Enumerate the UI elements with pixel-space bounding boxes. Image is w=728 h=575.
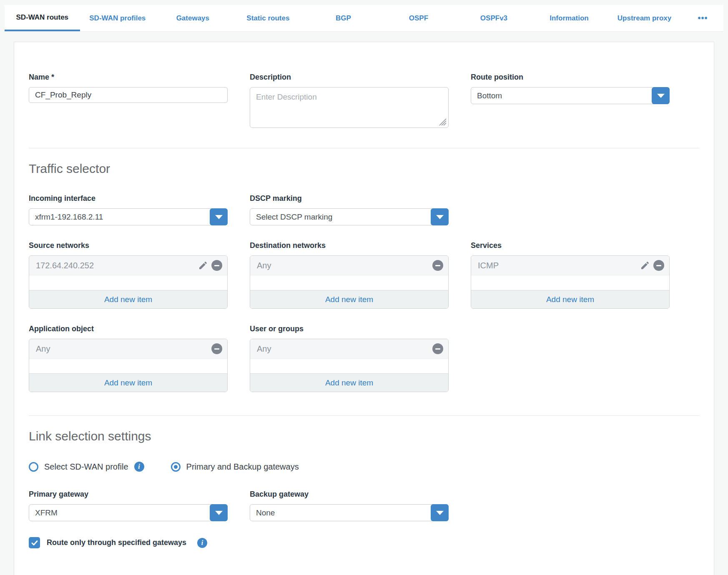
add-new-item-button[interactable]: Add new item	[29, 290, 227, 308]
list-item: Any	[250, 256, 448, 275]
route-only-label: Route only through specified gateways	[47, 538, 186, 547]
description-label: Description	[250, 73, 449, 82]
user-or-groups-box: Any Add new item	[250, 339, 449, 392]
incoming-interface-field-group: Incoming interface xfrm1-192.168.2.11	[29, 194, 228, 225]
tab-gateways[interactable]: Gateways	[155, 5, 231, 31]
remove-icon[interactable]	[211, 260, 222, 271]
radio-label: Select SD-WAN profile	[44, 462, 128, 472]
add-new-item-button[interactable]: Add new item	[250, 290, 448, 308]
list-item: Any	[29, 339, 227, 359]
destination-networks-label: Destination networks	[250, 241, 449, 250]
name-label: Name *	[29, 73, 228, 82]
destination-networks-field-group: Destination networks Any Add new item	[250, 241, 449, 309]
radio-icon[interactable]	[29, 462, 38, 472]
more-tabs-icon[interactable]: •••	[682, 5, 723, 31]
divider	[29, 415, 699, 416]
sdwan-route-form: Name * Description Route position Bottom	[14, 42, 714, 575]
destination-networks-box: Any Add new item	[250, 255, 449, 309]
tab-static-routes[interactable]: Static routes	[231, 5, 306, 31]
chevron-down-icon[interactable]	[431, 504, 449, 521]
radio-select-sdwan-profile[interactable]: Select SD-WAN profile i	[29, 462, 144, 472]
dscp-marking-dropdown[interactable]: Select DSCP marking	[250, 208, 449, 225]
remove-icon[interactable]	[211, 343, 222, 354]
list-item-value: 172.64.240.252	[36, 261, 94, 270]
backup-gateway-value: None	[250, 505, 448, 521]
tab-sdwan-routes[interactable]: SD-WAN routes	[5, 5, 80, 31]
chevron-down-icon[interactable]	[652, 87, 670, 104]
user-or-groups-label: User or groups	[250, 325, 449, 333]
route-position-label: Route position	[471, 73, 670, 82]
incoming-interface-label: Incoming interface	[29, 194, 228, 203]
list-empty-area	[29, 275, 227, 290]
primary-gateway-value: XFRM	[29, 505, 227, 521]
application-object-label: Application object	[29, 325, 228, 333]
list-empty-area	[250, 275, 448, 290]
info-icon[interactable]: i	[134, 462, 144, 472]
backup-gateway-dropdown[interactable]: None	[250, 504, 449, 521]
tab-sdwan-profiles[interactable]: SD-WAN profiles	[80, 5, 156, 31]
source-networks-label: Source networks	[29, 241, 228, 250]
incoming-interface-dropdown[interactable]: xfrm1-192.168.2.11	[29, 208, 228, 225]
tab-ospfv3[interactable]: OSPFv3	[456, 5, 532, 31]
link-selection-radio-group: Select SD-WAN profile i Primary and Back…	[29, 462, 699, 472]
tab-ospf[interactable]: OSPF	[381, 5, 457, 31]
tab-bgp[interactable]: BGP	[306, 5, 381, 31]
list-item: Any	[250, 339, 448, 359]
tab-upstream-proxy[interactable]: Upstream proxy	[607, 5, 682, 31]
add-new-item-button[interactable]: Add new item	[250, 373, 448, 392]
list-empty-area	[471, 275, 669, 290]
radio-primary-backup-gateways[interactable]: Primary and Backup gateways	[171, 462, 299, 472]
name-field-group: Name *	[29, 73, 228, 130]
list-item-value: Any	[257, 344, 271, 354]
source-networks-field-group: Source networks 172.64.240.252 Add new i	[29, 241, 228, 309]
incoming-interface-value: xfrm1-192.168.2.11	[29, 209, 227, 225]
list-empty-area	[250, 359, 448, 373]
edit-icon[interactable]	[640, 260, 650, 270]
list-item: 172.64.240.252	[29, 256, 227, 275]
remove-icon[interactable]	[432, 343, 443, 354]
dscp-marking-label: DSCP marking	[250, 194, 449, 203]
list-item-value: Any	[257, 261, 271, 270]
services-field-group: Services ICMP Add new item	[471, 241, 670, 309]
resize-handle-icon[interactable]	[439, 118, 447, 126]
radio-icon[interactable]	[171, 462, 181, 472]
info-icon[interactable]: i	[197, 538, 207, 548]
list-item-value: ICMP	[478, 261, 499, 270]
primary-gateway-label: Primary gateway	[29, 490, 228, 499]
route-only-row: Route only through specified gateways i	[29, 537, 699, 548]
list-empty-area	[29, 359, 227, 373]
edit-icon[interactable]	[198, 260, 208, 270]
list-item: ICMP	[471, 256, 669, 275]
dscp-marking-field-group: DSCP marking Select DSCP marking	[250, 194, 449, 225]
backup-gateway-label: Backup gateway	[250, 490, 449, 499]
route-only-checkbox[interactable]	[29, 537, 40, 548]
list-item-value: Any	[36, 344, 50, 354]
chevron-down-icon[interactable]	[210, 208, 228, 225]
add-new-item-button[interactable]: Add new item	[29, 373, 227, 392]
traffic-selector-title: Traffic selector	[29, 162, 699, 176]
chevron-down-icon[interactable]	[431, 208, 449, 225]
chevron-down-icon[interactable]	[210, 504, 228, 521]
application-object-field-group: Application object Any Add new item	[29, 325, 228, 392]
remove-icon[interactable]	[432, 260, 443, 271]
divider	[29, 148, 699, 148]
primary-gateway-field-group: Primary gateway XFRM	[29, 490, 228, 521]
user-or-groups-field-group: User or groups Any Add new item	[250, 325, 449, 392]
link-selection-title: Link selection settings	[29, 429, 699, 443]
route-position-value: Bottom	[471, 88, 669, 104]
services-box: ICMP Add new item	[471, 255, 670, 309]
radio-label: Primary and Backup gateways	[186, 462, 299, 472]
application-object-box: Any Add new item	[29, 339, 228, 392]
services-label: Services	[471, 241, 670, 250]
name-input[interactable]	[29, 87, 228, 103]
description-textarea[interactable]	[250, 87, 449, 128]
route-position-field-group: Route position Bottom	[471, 73, 670, 130]
description-field-group: Description	[250, 73, 449, 130]
tab-information[interactable]: Information	[532, 5, 607, 31]
tab-bar: SD-WAN routes SD-WAN profiles Gateways S…	[5, 5, 723, 32]
route-position-dropdown[interactable]: Bottom	[471, 87, 670, 104]
add-new-item-button[interactable]: Add new item	[471, 290, 669, 308]
source-networks-box: 172.64.240.252 Add new item	[29, 255, 228, 309]
remove-icon[interactable]	[653, 260, 664, 271]
primary-gateway-dropdown[interactable]: XFRM	[29, 504, 228, 521]
